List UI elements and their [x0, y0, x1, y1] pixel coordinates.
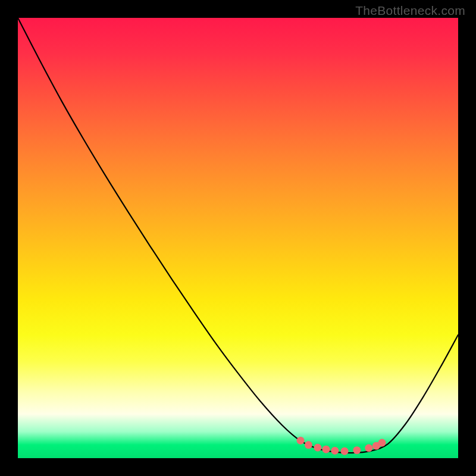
highlight-marker [322, 446, 330, 453]
chart-root: TheBottleneck.com [0, 0, 476, 476]
highlight-marker [314, 444, 321, 452]
chart-plot-area [18, 18, 458, 458]
highlight-marker [365, 444, 372, 452]
highlight-marker [331, 447, 339, 455]
highlight-marker [305, 441, 312, 449]
chart-svg [18, 18, 458, 458]
highlight-marker [353, 446, 361, 454]
highlight-markers-group [297, 437, 386, 455]
highlight-marker [297, 437, 305, 444]
highlight-marker [378, 439, 386, 447]
bottleneck-curve-line [18, 18, 458, 453]
watermark-text: TheBottleneck.com [355, 4, 465, 18]
highlight-marker [341, 447, 349, 455]
